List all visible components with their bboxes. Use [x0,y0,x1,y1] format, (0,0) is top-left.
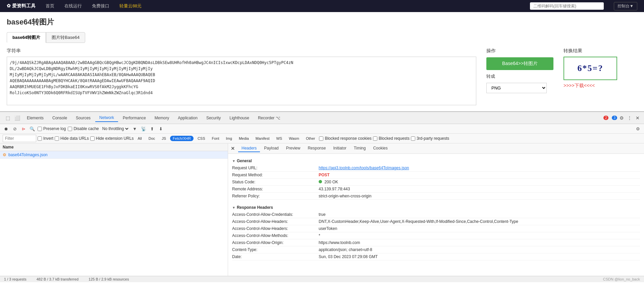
string-textarea[interactable]: /9j/4AAQSkZJRgABAgAAAQABAAD/2wBDAAgGBQcG… [7,57,476,105]
result-label: 转换结果 [564,48,637,54]
filter-input[interactable] [3,135,36,142]
filter-manifest[interactable]: Manifest [253,136,272,141]
third-party-checkbox[interactable]: 3rd-party requests [411,136,449,141]
export-icon[interactable]: ⬇ [158,125,164,132]
filter-other[interactable]: Other [303,136,318,141]
result-image: 6*5=? [564,57,617,80]
filter-css[interactable]: CSS [195,136,208,141]
tab-elements[interactable]: Elements [23,114,48,122]
header-key: Access-Control-Allow-Headers: [232,219,316,224]
import-icon[interactable]: ⬆ [149,125,156,132]
header-row-allow-methods: Access-Control-Allow-Methods: * [232,232,640,239]
headers-tabs: ✕ Headers Payload Preview Response Initi… [228,143,644,154]
throttle-select[interactable]: No throttling [101,126,129,131]
search-icon[interactable]: 🔍 [29,125,36,132]
header-key: Access-Control-Allow-Methods: [232,233,316,238]
status-bar: 1 / 3 requests 482 B / 3.7 kB transferre… [0,276,644,282]
tab-console[interactable]: Console [48,114,71,122]
tab-img-to-base64[interactable]: 图片转Base64 [46,32,85,43]
close-panel-icon[interactable]: ✕ [231,146,235,151]
throttle-dropdown-icon[interactable]: ▼ [131,125,138,132]
resources-size: 125 B / 2.9 kB resources [89,277,129,281]
filter-all[interactable]: All [135,136,144,141]
headers-tab-response[interactable]: Response [304,145,329,152]
device-icon[interactable]: ⬜ [13,114,21,122]
transferred-size: 482 B / 3.7 kB transferred [37,277,78,281]
status-dot [319,180,322,183]
brand-logo: ✿ 爱资料工具 [7,3,36,9]
header-row-allow-headers-2: Access-Control-Allow-Headers: userToken [232,225,640,232]
file-list-item[interactable]: ⚙ base64ToImages.json [0,151,228,159]
headers-tab-timing[interactable]: Timing [351,145,369,152]
tab-performance[interactable]: Performance [119,114,150,122]
more-options-icon[interactable]: ⋮ [626,114,633,122]
disable-cache-checkbox[interactable]: Disable cache [68,126,99,131]
captcha-display: 6*5=? [578,63,603,73]
watermark: CSDN @lion_no_back [603,277,640,281]
filter-row: Invert Hide data URLs Hide extension URL… [0,134,644,143]
nav-cloud[interactable]: 轻量云88元 [119,3,142,9]
page-content: base64转图片 base64转图片 图片转Base64 字符串 /9j/4A… [0,12,644,111]
header-val-url[interactable]: https://api3.toolnb.com/tools/base64ToIm… [319,166,640,170]
header-key: Date: [232,254,316,259]
requests-count: 1 / 3 requests [4,277,26,281]
record-icon[interactable]: ⏺ [3,125,9,132]
tab-recorder[interactable]: Recorder ⌥ [254,114,284,122]
inspect-icon[interactable]: ⬚ [4,114,11,122]
header-val: application/json; charset=utf-8 [319,247,640,252]
headers-tab-initiator[interactable]: Initiator [330,145,350,152]
filter-img[interactable]: Img [223,136,235,141]
nav-online-run[interactable]: 在线运行 [64,3,82,9]
settings-icon[interactable]: ⚙ [618,114,625,122]
headers-tab-preview[interactable]: Preview [283,145,304,152]
tab-base64-to-img[interactable]: base64转图片 [7,32,46,43]
filter-fetch-xhr[interactable]: Fetch/XHR [170,136,194,141]
header-row-method: Request Method: POST [232,172,640,179]
header-row-remote: Remote Address: 43.139.97.78:443 [232,186,640,193]
tab-sources[interactable]: Sources [72,114,95,122]
op-label: 操作 [486,48,553,54]
tab-network[interactable]: Network [95,114,118,122]
nav-home[interactable]: 首页 [46,3,54,9]
network-conditions-icon[interactable]: 📡 [140,125,147,132]
headers-tab-payload[interactable]: Payload [261,145,282,152]
filter-media[interactable]: Media [236,136,252,141]
invert-checkbox[interactable]: Invert [38,136,53,141]
blocked-requests-checkbox[interactable]: Blocked requests [373,136,410,141]
convert-button[interactable]: Base64>>转图片 [486,57,553,70]
search-input[interactable] [530,2,604,10]
header-val-remote: 43.139.97.78:443 [319,187,640,191]
warning-badge: 3 [612,116,617,120]
clear-icon[interactable]: ⊘ [11,125,18,132]
format-select[interactable]: PNG JPG GIF [486,83,547,93]
settings-icon-right[interactable]: ⚙ [635,125,641,132]
tab-lighthouse[interactable]: Lighthouse [225,114,253,122]
download-link[interactable]: >>>>下载<<<< [564,83,637,89]
header-row-request-url: Request URL: https://api3.toolnb.com/too… [232,165,640,172]
filter-ws[interactable]: WS [273,136,285,141]
hide-ext-urls-checkbox[interactable]: Hide extension URLs [90,136,134,141]
blocked-cookies-checkbox[interactable]: Blocked response cookies [319,136,371,141]
tab-memory[interactable]: Memory [151,114,173,122]
header-val: Sun, 03 Dec 2023 07:29:08 GMT [319,254,640,259]
preserve-log-checkbox[interactable]: Preserve log [38,126,66,131]
filter-js[interactable]: JS [159,136,169,141]
headers-tab-headers[interactable]: Headers [238,145,260,152]
tab-security[interactable]: Security [202,114,225,122]
close-devtools-icon[interactable]: ✕ [634,114,641,122]
filter-doc[interactable]: Doc [146,136,158,141]
top-navigation: ✿ 爱资料工具 首页 在线运行 免费接口 轻量云88元 控制台▼ [0,0,644,12]
filter-wasm[interactable]: Wasm [286,136,302,141]
filter-font[interactable]: Font [209,136,222,141]
filter-icon[interactable]: ⊳ [20,125,27,132]
headers-tab-cookies[interactable]: Cookies [370,145,391,152]
header-key: Access-Control-Allow-Origin: [232,240,316,245]
tab-application[interactable]: Application [174,114,202,122]
nav-free-api[interactable]: 免费接口 [92,3,109,9]
hide-data-urls-checkbox[interactable]: Hide data URLs [55,136,89,141]
tool-area: 字符串 /9j/4AAQSkZJRgABAgAAAQABAAD/2wBDAAgG… [7,48,637,106]
file-list: Name ⚙ base64ToImages.json [0,143,228,276]
devtools-panel: ⬚ ⬜ Elements Console Sources Network Per… [0,111,644,282]
header-val: https://www.toolnb.com [319,240,640,245]
control-btn[interactable]: 控制台▼ [614,2,637,10]
